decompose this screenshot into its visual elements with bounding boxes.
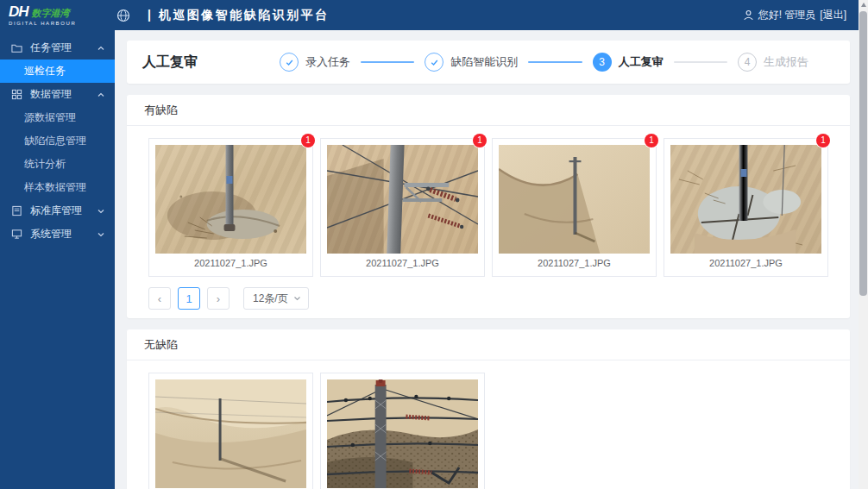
clean-thumb-row: 20211027_1.JPG xyxy=(148,373,829,489)
check-icon xyxy=(430,58,439,67)
chevron-down-icon xyxy=(293,296,301,301)
defect-image-card-1[interactable]: 1 20211027_1.JPG xyxy=(148,138,313,277)
step-check-circle xyxy=(280,53,299,72)
page-size-select[interactable]: 12条/页 xyxy=(243,287,309,310)
step-enter-task: 录入任务 xyxy=(280,53,350,72)
step-label: 人工复审 xyxy=(619,54,664,70)
user-icon xyxy=(743,9,754,21)
pagination-page-1-button[interactable]: 1 xyxy=(178,287,200,310)
step-manual-review: 3 人工复审 xyxy=(593,53,664,72)
defective-section-title: 有缺陷 xyxy=(127,95,850,126)
step-connector xyxy=(528,61,582,63)
clean-image-card-1[interactable]: 20211027_1.JPG xyxy=(148,373,313,489)
library-icon xyxy=(11,205,22,216)
clean-section-card: 无缺陷 xyxy=(127,329,850,489)
step-connector xyxy=(674,61,727,63)
sidebar-group-label: 系统管理 xyxy=(30,227,72,241)
chevron-down-icon xyxy=(97,209,104,214)
photo-pole-in-sand xyxy=(155,145,306,254)
sidebar-item-sample-data[interactable]: 样本数据管理 xyxy=(0,176,115,199)
app-root: DH 数字港湾 DIGITAL HARBOUR | 机巡图像智能缺陷识别平台 您… xyxy=(0,0,868,489)
defective-section-card: 有缺陷 xyxy=(127,95,850,318)
sidebar-item-label: 样本数据管理 xyxy=(24,180,86,195)
defect-count-badge: 1 xyxy=(473,134,487,147)
image-filename: 20211027_1.JPG xyxy=(327,256,478,270)
clean-image-card-2[interactable]: 20211027_1.JPG xyxy=(320,373,485,489)
sidebar-group-task-management[interactable]: 任务管理 xyxy=(0,36,115,60)
sidebar-group-data-management[interactable]: 数据管理 xyxy=(0,83,115,106)
check-icon xyxy=(285,58,294,67)
brand-logo[interactable]: DH 数字港湾 DIGITAL HARBOUR xyxy=(0,0,115,30)
page-size-value: 12条/页 xyxy=(253,292,288,306)
photo-crossarm-closeup xyxy=(327,145,478,254)
sidebar-item-label: 源数据管理 xyxy=(24,110,76,125)
sidebar-item-defect-info[interactable]: 缺陷信息管理 xyxy=(0,129,115,153)
sidebar-group-label: 任务管理 xyxy=(30,41,72,55)
logo-name-cn: 数字港湾 xyxy=(32,7,70,20)
sidebar-group-system-management[interactable]: 系统管理 xyxy=(0,223,115,246)
chevron-up-icon xyxy=(97,92,104,97)
sidebar-item-label: 巡检任务 xyxy=(24,64,66,78)
grid-icon xyxy=(11,89,22,100)
top-header: DH 数字港湾 DIGITAL HARBOUR | 机巡图像智能缺陷识别平台 您… xyxy=(0,0,859,30)
photo-pole-top-wires xyxy=(327,379,478,488)
image-filename: 20211027_1.JPG xyxy=(670,256,821,270)
defect-image-card-3[interactable]: 1 20211027_1.JPG xyxy=(492,138,657,277)
defect-image-card-4[interactable]: 1 20211027_1.JPG xyxy=(664,138,828,277)
chevron-up-icon xyxy=(97,46,104,51)
sidebar-group-standard-library[interactable]: 标准库管理 xyxy=(0,199,115,223)
defect-image-card-2[interactable]: 1 20211027_1.JPG xyxy=(320,138,485,277)
photo-smooth-dunes-pole xyxy=(155,379,306,488)
main-content: 人工复审 录入任务 缺 xyxy=(115,30,859,489)
chevron-down-icon xyxy=(97,232,104,237)
defect-count-badge: 1 xyxy=(301,134,315,147)
step-number-circle: 3 xyxy=(593,53,612,72)
pagination-prev-button[interactable]: ‹ xyxy=(148,287,171,310)
step-label: 生成报告 xyxy=(764,54,808,70)
globe-icon[interactable] xyxy=(116,9,130,22)
image-filename: 20211027_1.JPG xyxy=(499,256,650,270)
app-title: | 机巡图像智能缺陷识别平台 xyxy=(148,8,330,23)
review-stepper-card: 人工复审 录入任务 缺 xyxy=(127,41,850,84)
page-title: 人工复审 xyxy=(142,53,198,72)
sidebar-item-inspection-task[interactable]: 巡检任务 xyxy=(0,60,115,83)
step-label: 缺陷智能识别 xyxy=(450,54,518,70)
vertical-scrollbar[interactable] xyxy=(859,0,868,489)
scrollbar-thumb[interactable] xyxy=(859,11,867,296)
sidebar-item-label: 缺陷信息管理 xyxy=(24,134,86,148)
image-filename: 20211027_1.JPG xyxy=(155,256,306,270)
step-label: 录入任务 xyxy=(305,54,350,70)
logout-link[interactable]: [退出] xyxy=(820,8,846,22)
pagination-next-button[interactable]: › xyxy=(207,287,230,310)
monitor-icon xyxy=(11,229,22,240)
step-generate-report: 4 生成报告 xyxy=(738,53,808,72)
wizard-steps: 录入任务 缺陷智能识别 3 人工复审 xyxy=(280,53,808,72)
defect-count-badge: 1 xyxy=(816,134,830,147)
sidebar-item-label: 统计分析 xyxy=(24,157,66,172)
sidebar: 任务管理 巡检任务 数据管理 源数据管理 缺陷信息管理 xyxy=(0,30,115,489)
photo-pole-broken-base xyxy=(670,145,821,254)
clean-section-title: 无缺陷 xyxy=(127,329,850,360)
sidebar-group-label: 数据管理 xyxy=(30,87,72,102)
photo-dune-thin-pole xyxy=(499,145,650,254)
step-number-circle: 4 xyxy=(738,53,757,72)
user-greeting: 您好! 管理员 xyxy=(758,8,816,22)
logo-name-en: DIGITAL HARBOUR xyxy=(9,20,110,27)
folder-icon xyxy=(11,42,22,53)
step-ai-detection: 缺陷智能识别 xyxy=(425,53,518,72)
sidebar-item-statistics[interactable]: 统计分析 xyxy=(0,153,115,176)
scroll-up-arrow[interactable] xyxy=(861,3,866,7)
sidebar-item-source-data[interactable]: 源数据管理 xyxy=(0,106,115,129)
defect-count-badge: 1 xyxy=(645,134,658,147)
sidebar-group-label: 标准库管理 xyxy=(30,204,82,218)
step-connector xyxy=(361,61,414,63)
defective-thumb-row: 1 20211027_1.JPG xyxy=(148,138,829,277)
step-check-circle xyxy=(425,53,443,72)
logo-abbr: DH xyxy=(9,4,28,19)
defective-pagination: ‹ 1 › 12条/页 xyxy=(148,287,829,310)
